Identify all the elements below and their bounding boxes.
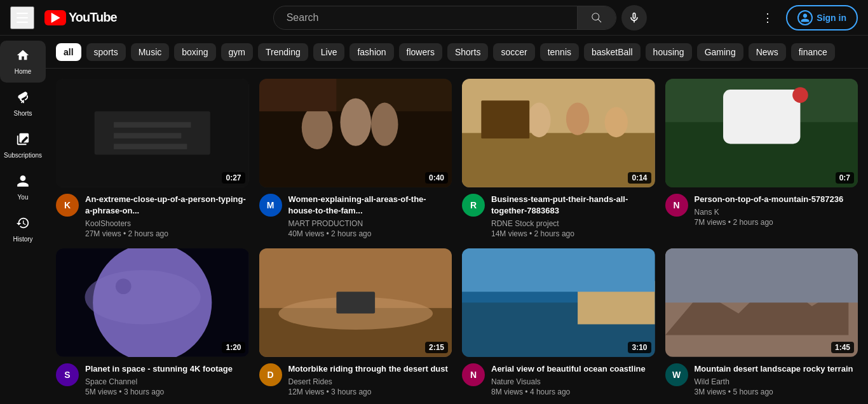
svg-point-21 <box>792 87 808 103</box>
video-channel: Nature Visuals <box>491 377 655 386</box>
more-options-button[interactable]: ⋮ <box>757 6 778 30</box>
filter-chip-gaming[interactable]: Gaming <box>697 43 743 61</box>
video-duration: 0:7 <box>836 172 854 184</box>
video-title: Aerial view of beautiful ocean coastline <box>491 363 655 375</box>
filter-chip-shorts[interactable]: Shorts <box>447 43 488 61</box>
sidebar-label-you: You <box>18 194 29 201</box>
filter-chip-sports[interactable]: sports <box>86 43 126 61</box>
sidebar-item-home[interactable]: Home <box>0 41 46 83</box>
video-card[interactable]: 2:15 D Motorbike riding through the dese… <box>259 248 452 396</box>
mic-button[interactable] <box>621 5 647 30</box>
filter-chip-tennis[interactable]: tennis <box>540 43 579 61</box>
video-channel: MART PRODUCTION <box>288 219 452 228</box>
video-thumbnail: 0:27 <box>56 79 249 187</box>
video-duration: 0:14 <box>628 172 651 184</box>
sidebar-item-history[interactable]: History <box>0 208 46 250</box>
video-info: K An-extreme-close-up-of-a-person-typing… <box>56 194 249 238</box>
sidebar-item-you[interactable]: You <box>0 166 46 208</box>
filter-chip-trending[interactable]: Trending <box>258 43 308 61</box>
video-duration: 1:45 <box>831 342 854 353</box>
video-thumbnail: 2:15 <box>259 248 452 357</box>
svg-point-16 <box>605 107 628 137</box>
svg-rect-33 <box>462 248 655 292</box>
video-card[interactable]: 0:7 N Person-on-top-of-a-mountain-578723… <box>665 79 858 238</box>
video-card[interactable]: 0:27 K An-extreme-close-up-of-a-person-t… <box>56 79 249 238</box>
svg-point-15 <box>566 103 589 135</box>
search-area <box>163 5 757 30</box>
sidebar-label-shorts: Shorts <box>14 110 32 117</box>
video-card[interactable]: 1:20 S Planet in space - stunning 4K foo… <box>56 248 249 396</box>
filter-chip-music[interactable]: Music <box>131 43 170 61</box>
video-thumbnail: 0:40 <box>259 79 452 187</box>
filter-chip-finance[interactable]: finance <box>791 43 835 61</box>
video-title: Women-explaining-all-areas-of-the-house-… <box>288 194 452 217</box>
subscriptions-icon <box>16 132 30 149</box>
svg-rect-29 <box>336 292 375 313</box>
sign-in-button[interactable]: Sign in <box>786 5 858 30</box>
svg-rect-2 <box>114 122 191 128</box>
filter-chip-fashion[interactable]: fashion <box>349 43 393 61</box>
sign-in-label: Sign in <box>817 13 846 23</box>
video-card[interactable]: 0:40 M Women-explaining-all-areas-of-the… <box>259 79 452 238</box>
history-icon <box>16 216 30 233</box>
video-card[interactable]: 0:14 R Business-team-put-their-hands-all… <box>462 79 655 238</box>
video-stats: 27M views • 2 hours ago <box>85 229 249 238</box>
filter-chip-housing[interactable]: housing <box>646 43 692 61</box>
you-icon <box>16 174 30 191</box>
filter-bar: allsportsMusicboxinggymTrendingLivefashi… <box>46 36 868 69</box>
filter-chip-soccer[interactable]: soccer <box>493 43 534 61</box>
filter-chip-flowers[interactable]: flowers <box>399 43 442 61</box>
video-info: W Mountain desert landscape rocky terrai… <box>665 363 858 396</box>
filter-chip-gym[interactable]: gym <box>221 43 253 61</box>
sidebar-label-subscriptions: Subscriptions <box>4 152 42 159</box>
video-title: Motorbike riding through the desert dust <box>288 363 452 375</box>
video-channel: Space Channel <box>85 377 249 386</box>
video-meta: Business-team-put-their-hands-all-togeth… <box>491 194 655 238</box>
video-meta: Planet in space - stunning 4K footage Sp… <box>85 363 249 396</box>
logo[interactable]: YouTube <box>44 10 117 25</box>
video-info: S Planet in space - stunning 4K footage … <box>56 363 249 396</box>
sidebar-item-subscriptions[interactable]: Subscriptions <box>0 125 46 166</box>
menu-button[interactable] <box>10 6 34 29</box>
logo-icon <box>44 10 66 25</box>
svg-point-25 <box>116 279 132 295</box>
svg-rect-12 <box>462 133 655 187</box>
video-title: Planet in space - stunning 4K footage <box>85 363 249 375</box>
header: YouTube ⋮ Sign in <box>0 0 868 36</box>
video-channel: RDNE Stock project <box>491 219 655 228</box>
video-card[interactable]: 3:10 N Aerial view of beautiful ocean co… <box>462 248 655 396</box>
filter-chip-all[interactable]: all <box>56 43 81 61</box>
search-button[interactable] <box>577 6 616 29</box>
video-title: Person-on-top-of-a-mountain-5787236 <box>695 194 858 205</box>
filter-chip-news[interactable]: News <box>749 43 786 61</box>
svg-point-24 <box>85 270 201 324</box>
main-content: 0:27 K An-extreme-close-up-of-a-person-t… <box>46 69 868 404</box>
svg-point-14 <box>527 103 550 138</box>
header-left: YouTube <box>10 6 163 29</box>
svg-point-7 <box>301 106 332 149</box>
video-stats: 40M views • 2 hours ago <box>288 229 452 238</box>
home-icon <box>16 48 30 65</box>
filter-chip-basketball[interactable]: basketBall <box>584 43 641 61</box>
channel-avatar: K <box>56 194 79 217</box>
sidebar-item-shorts[interactable]: Shorts <box>0 83 46 125</box>
video-stats: 8M views • 4 hours ago <box>491 387 655 396</box>
sidebar-label-history: History <box>13 236 32 243</box>
svg-point-8 <box>340 98 371 146</box>
svg-rect-10 <box>259 79 336 111</box>
video-meta: Women-explaining-all-areas-of-the-house-… <box>288 194 452 238</box>
video-duration: 3:10 <box>628 342 651 353</box>
svg-rect-20 <box>723 90 800 144</box>
filter-chip-boxing[interactable]: boxing <box>174 43 215 61</box>
video-channel: Wild Earth <box>695 377 858 386</box>
channel-avatar: M <box>259 194 282 217</box>
video-channel: Nans K <box>695 208 858 217</box>
channel-avatar: N <box>462 363 485 386</box>
sidebar-label-home: Home <box>15 68 32 75</box>
filter-chip-live[interactable]: Live <box>313 43 345 61</box>
search-input[interactable] <box>274 7 577 29</box>
video-meta: Person-on-top-of-a-mountain-5787236 Nans… <box>695 194 858 227</box>
video-title: Mountain desert landscape rocky terrain <box>695 363 858 375</box>
video-duration: 2:15 <box>425 342 448 353</box>
video-card[interactable]: 1:45 W Mountain desert landscape rocky t… <box>665 248 858 396</box>
